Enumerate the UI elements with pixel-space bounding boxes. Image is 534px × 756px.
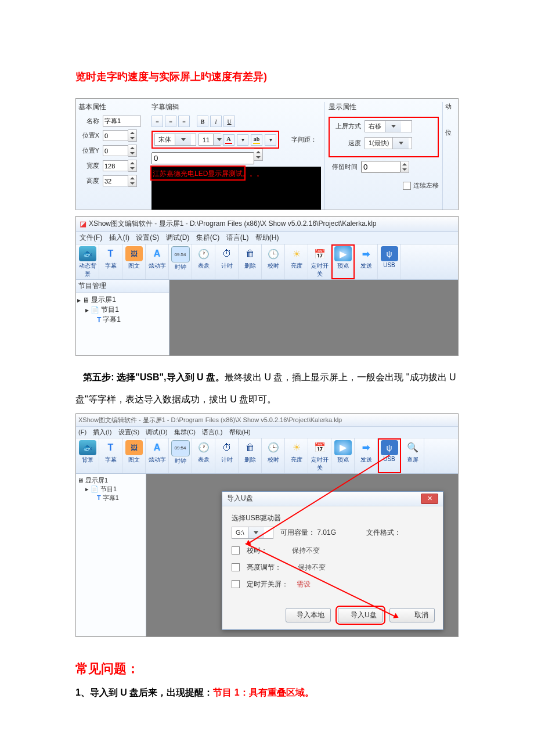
tb-usb[interactable]: USB	[378, 244, 401, 279]
toolbar: 动态背景 字幕 图文 炫动字 时钟 表盘 计时 删除 校时 亮度 定时开关 预览…	[76, 244, 458, 280]
speed-combo[interactable]: 1(最快)	[365, 137, 412, 149]
menu3-language[interactable]: 语言(L)	[202, 429, 222, 435]
font-size-combo[interactable]: 11	[199, 134, 221, 146]
tb3-sync[interactable]: 校时	[262, 438, 285, 473]
menu-debug[interactable]: 调试(D)	[166, 233, 190, 242]
align-center-icon[interactable]: ≡	[165, 116, 176, 127]
tree3-program[interactable]: ▸ 📄 节目1	[77, 485, 145, 494]
posy-input[interactable]	[103, 145, 128, 156]
tree-program[interactable]: ▸ 📄 节目1	[77, 305, 168, 315]
width-spin[interactable]	[128, 160, 137, 172]
height-input[interactable]	[103, 175, 128, 186]
basic-title: 基本属性	[78, 102, 148, 112]
titlebar: ◪ XShow图文编辑软件 - 显示屏1 - D:\Program Files …	[76, 217, 458, 232]
drive-combo[interactable]: G:\	[232, 527, 273, 539]
kerning-input[interactable]	[151, 152, 254, 164]
tb3-brightness[interactable]: 亮度	[285, 438, 308, 473]
menu3-insert[interactable]: 插入(I)	[93, 429, 111, 435]
tb3-fx[interactable]: 炫动字	[146, 438, 169, 473]
tb-preview[interactable]: 预览	[331, 244, 355, 279]
tb-schedule[interactable]: 定时开关	[308, 244, 331, 279]
font-color-icon[interactable]: A	[223, 134, 234, 146]
highlight-dropdown[interactable]: ▾	[265, 134, 276, 146]
tb3-timer[interactable]: 计时	[215, 438, 239, 473]
tb3-subtitle[interactable]: 字幕	[99, 438, 122, 473]
btn-export-usb[interactable]: 导入U盘	[338, 608, 383, 622]
tb3-preview[interactable]: 预览	[331, 438, 355, 473]
font-color-dropdown[interactable]: ▾	[237, 134, 248, 146]
app-icon: ◪	[80, 219, 86, 228]
disp-title: 显示属性	[329, 102, 439, 112]
stay-spin[interactable]	[400, 161, 409, 173]
tb-clock[interactable]: 时钟	[169, 244, 192, 279]
annotation-redbox-display: 上屏方式 右移 速度 1(最快)	[329, 117, 439, 157]
menu-help[interactable]: 帮助(H)	[255, 233, 279, 242]
stay-input[interactable]	[361, 161, 400, 173]
tb-brightness[interactable]: 亮度	[285, 244, 308, 279]
enter-mode-combo[interactable]: 右移	[365, 120, 412, 132]
highlight-color-icon[interactable]: ab	[251, 134, 262, 146]
tb-dial[interactable]: 表盘	[192, 244, 215, 279]
menu-cluster[interactable]: 集群(C)	[196, 233, 220, 242]
drive-label: 选择USB驱动器	[232, 513, 434, 523]
menu-insert[interactable]: 插入(I)	[109, 233, 129, 242]
side-panel3: 🖥 显示屏1 ▸ 📄 节目1 T 字幕1	[76, 474, 146, 636]
width-input[interactable]	[103, 160, 128, 171]
format-label: 文件格式：	[366, 528, 401, 538]
tb3-image[interactable]: 图文	[122, 438, 146, 473]
kerning-spin[interactable]	[254, 149, 263, 161]
height-spin[interactable]	[128, 175, 137, 187]
menu-language[interactable]: 语言(L)	[226, 233, 249, 242]
tb3-bg[interactable]: 背景	[76, 438, 99, 473]
tb3-delete[interactable]: 删除	[239, 438, 262, 473]
tree-subtitle[interactable]: T 字幕1	[77, 315, 168, 325]
tree3-screen[interactable]: 🖥 显示屏1	[77, 476, 145, 485]
tb-delete[interactable]: 删除	[239, 244, 262, 279]
tb-timer[interactable]: 计时	[215, 244, 239, 279]
menubar: 文件(F) 插入(I) 设置(S) 调试(D) 集群(C) 语言(L) 帮助(H…	[76, 232, 458, 244]
font-family-combo[interactable]: 宋体	[154, 134, 196, 146]
posx-spin[interactable]	[128, 129, 137, 142]
align-right-icon[interactable]: ≡	[178, 116, 190, 127]
annotation-redbox-text	[150, 165, 246, 181]
menu3-help[interactable]: 帮助(H)	[229, 429, 251, 435]
titlebar-faded: XShow图文编辑软件 - 显示屏1 - D:\Program Files (x…	[76, 414, 458, 427]
bold-button[interactable]: B	[197, 116, 208, 127]
subtitle-editor[interactable]: 江苏嘉德光电LED显示屏测试。。。	[151, 167, 321, 210]
tb3-dial[interactable]: 表盘	[192, 438, 215, 473]
tb-sync-time[interactable]: 校时	[262, 244, 285, 279]
posx-input[interactable]	[103, 130, 128, 141]
capacity-value: 7.01G	[317, 528, 336, 537]
tb3-find-screen[interactable]: 查屏	[401, 438, 424, 473]
chk-schedule[interactable]	[232, 580, 240, 588]
tb3-clock[interactable]: 时钟	[169, 438, 192, 473]
chk-sync[interactable]	[232, 546, 240, 555]
tb-send[interactable]: 发送	[355, 244, 378, 279]
tb-dynamic-bg[interactable]: 动态背景	[76, 244, 99, 279]
posy-spin[interactable]	[128, 145, 137, 157]
chk-brightness[interactable]	[232, 563, 240, 571]
tb3-send[interactable]: 发送	[355, 438, 378, 473]
btn-export-local[interactable]: 导入本地	[286, 608, 331, 622]
menu3-cluster[interactable]: 集群(C)	[174, 429, 196, 435]
tb3-schedule[interactable]: 定时开关	[308, 438, 331, 473]
tb-subtitle[interactable]: 字幕	[99, 244, 122, 279]
menu3-settings[interactable]: 设置(S)	[118, 429, 140, 435]
dlg-close-button[interactable]: ✕	[421, 494, 438, 504]
speed-label: 速度	[332, 139, 361, 147]
dlg-title-text: 导入U盘	[227, 494, 253, 503]
tb-fx-text[interactable]: 炫动字	[146, 244, 169, 279]
screenshot-app-window: ◪ XShow图文编辑软件 - 显示屏1 - D:\Program Files …	[75, 216, 459, 356]
menu-file[interactable]: 文件(F)	[80, 233, 102, 242]
menu3-file[interactable]: (F)	[78, 429, 86, 435]
loop-checkbox[interactable]	[403, 182, 411, 190]
menu3-debug[interactable]: 调试(D)	[146, 429, 167, 435]
menu-settings[interactable]: 设置(S)	[136, 233, 159, 242]
name-input[interactable]	[103, 116, 141, 127]
underline-button[interactable]: U	[223, 116, 235, 127]
tb-image[interactable]: 图文	[122, 244, 146, 279]
italic-button[interactable]: I	[210, 116, 222, 127]
tree3-subtitle[interactable]: T 字幕1	[77, 494, 145, 502]
tree-screen[interactable]: ▸ 🖥 显示屏1	[77, 295, 168, 305]
align-left-icon[interactable]: ≡	[151, 116, 163, 127]
